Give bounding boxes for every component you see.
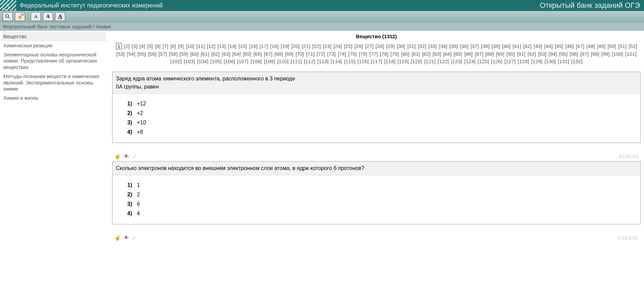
page-link[interactable]: [121] — [424, 58, 436, 64]
page-link[interactable]: [64] — [232, 51, 241, 57]
page-link[interactable]: [122] — [438, 58, 449, 64]
page-link[interactable]: [41] — [513, 43, 521, 49]
page-link[interactable]: [126] — [491, 58, 502, 64]
sidebar-item[interactable]: Методы познания веществ и химических явл… — [2, 72, 106, 94]
page-link[interactable]: [101] — [625, 51, 636, 57]
page-link[interactable]: [51] — [618, 43, 626, 49]
answer-row[interactable]: 2)2 — [123, 192, 630, 198]
page-link[interactable]: [34] — [439, 43, 447, 49]
page-link[interactable]: [111] — [291, 58, 302, 64]
answer-row[interactable]: 4)+8 — [123, 129, 630, 135]
page-link[interactable]: [67] — [264, 51, 272, 57]
page-link[interactable]: [30] — [397, 43, 405, 49]
page-link[interactable]: [90] — [506, 51, 515, 57]
page-link[interactable]: [55] — [138, 51, 146, 57]
page-link[interactable]: [129] — [531, 58, 542, 64]
page-link[interactable]: [81] — [412, 51, 420, 57]
page-link[interactable]: [72] — [317, 51, 325, 57]
page-link[interactable]: [24] — [333, 43, 342, 49]
page-link[interactable]: [112] — [304, 58, 315, 64]
page-link[interactable]: [75] — [348, 51, 357, 57]
page-link[interactable]: [98] — [591, 51, 599, 57]
page-link[interactable]: [78] — [380, 51, 388, 57]
view-button[interactable]: 👁 — [124, 153, 129, 160]
page-link[interactable]: [83] — [432, 51, 441, 57]
page-link[interactable]: [108] — [250, 58, 262, 64]
sidebar-item[interactable]: Элементарные основы неорганической химии… — [2, 50, 106, 72]
page-link[interactable]: [114] — [331, 58, 342, 64]
page-link[interactable]: [44] — [544, 43, 553, 49]
page-link[interactable]: [107] — [237, 58, 248, 64]
favorites-button[interactable]: ☝ 0 — [15, 12, 25, 21]
page-link[interactable]: [105] — [210, 58, 222, 64]
page-link[interactable]: [91] — [517, 51, 525, 57]
sidebar-item[interactable]: Химическая реакция — [2, 41, 106, 50]
page-link[interactable]: [94] — [549, 51, 557, 57]
page-link[interactable]: [33] — [428, 43, 437, 49]
page-link[interactable]: [26] — [354, 43, 363, 49]
page-link[interactable]: [5] — [147, 43, 153, 49]
page-link[interactable]: [113] — [317, 58, 328, 64]
page-link[interactable]: [58] — [169, 51, 177, 57]
page-link[interactable]: [89] — [496, 51, 504, 57]
page-link[interactable]: [54] — [127, 51, 135, 57]
sidebar-item[interactable]: Химия и жизнь — [2, 94, 106, 103]
page-link[interactable]: [8] — [170, 43, 176, 49]
page-link[interactable]: [52] — [628, 43, 637, 49]
page-link[interactable]: [86] — [464, 51, 473, 57]
page-link[interactable]: [22] — [312, 43, 321, 49]
page-link[interactable]: [103] — [184, 58, 195, 64]
page-link[interactable]: [63] — [222, 51, 230, 57]
page-link[interactable]: [117] — [371, 58, 382, 64]
page-link[interactable]: [21] — [302, 43, 310, 49]
page-link[interactable]: [85] — [454, 51, 462, 57]
page-link[interactable]: [102] — [170, 58, 181, 64]
page-link[interactable]: [38] — [481, 43, 490, 49]
page-link[interactable]: [47] — [576, 43, 584, 49]
page-link[interactable]: [48] — [587, 43, 595, 49]
page-link[interactable]: [109] — [264, 58, 275, 64]
font-size-small-button[interactable]: A — [31, 12, 41, 21]
page-link[interactable]: [35] — [449, 43, 458, 49]
page-link[interactable]: [56] — [148, 51, 156, 57]
page-link[interactable]: [71] — [306, 51, 315, 57]
page-link[interactable]: [73] — [327, 51, 336, 57]
page-link[interactable]: [7] — [163, 43, 168, 49]
add-favorite-button[interactable]: ☝ — [114, 235, 121, 241]
view-button[interactable]: 👁 — [124, 235, 129, 241]
page-link[interactable]: [110] — [277, 58, 288, 64]
page-link[interactable]: [80] — [401, 51, 410, 57]
answer-row[interactable]: 4)4 — [123, 211, 630, 217]
page-link[interactable]: [29] — [386, 43, 395, 49]
page-link[interactable]: [36] — [460, 43, 468, 49]
page-link[interactable]: [92] — [527, 51, 536, 57]
page-link[interactable]: [116] — [357, 58, 369, 64]
page-link[interactable]: [14] — [228, 43, 237, 49]
answer-row[interactable]: 3)6 — [123, 201, 630, 207]
page-link[interactable]: [79] — [391, 51, 399, 57]
page-link[interactable]: [19] — [281, 43, 289, 49]
page-link[interactable]: [50] — [608, 43, 616, 49]
check-button[interactable]: ✓ — [132, 152, 138, 161]
page-link[interactable]: [76] — [359, 51, 367, 57]
page-link[interactable]: [53] — [116, 51, 125, 57]
page-link[interactable]: [60] — [190, 51, 199, 57]
page-link[interactable]: [15] — [239, 43, 247, 49]
page-link[interactable]: [106] — [224, 58, 235, 64]
page-link[interactable]: [57] — [158, 51, 167, 57]
page-link[interactable]: [124] — [464, 58, 475, 64]
page-link[interactable]: [104] — [197, 58, 208, 64]
page-link[interactable]: [59] — [179, 51, 188, 57]
page-link[interactable]: [130] — [544, 58, 555, 64]
page-link[interactable]: [119] — [397, 58, 408, 64]
page-link[interactable]: [84] — [443, 51, 452, 57]
app-logo[interactable] — [0, 0, 16, 11]
page-link[interactable]: [88] — [485, 51, 494, 57]
page-link[interactable]: [45] — [555, 43, 563, 49]
page-link[interactable]: [18] — [270, 43, 279, 49]
page-link[interactable]: [6] — [155, 43, 160, 49]
page-link[interactable]: [74] — [338, 51, 346, 57]
page-link[interactable]: [32] — [418, 43, 426, 49]
page-link[interactable]: [95] — [559, 51, 568, 57]
page-link[interactable]: [132] — [571, 58, 583, 64]
